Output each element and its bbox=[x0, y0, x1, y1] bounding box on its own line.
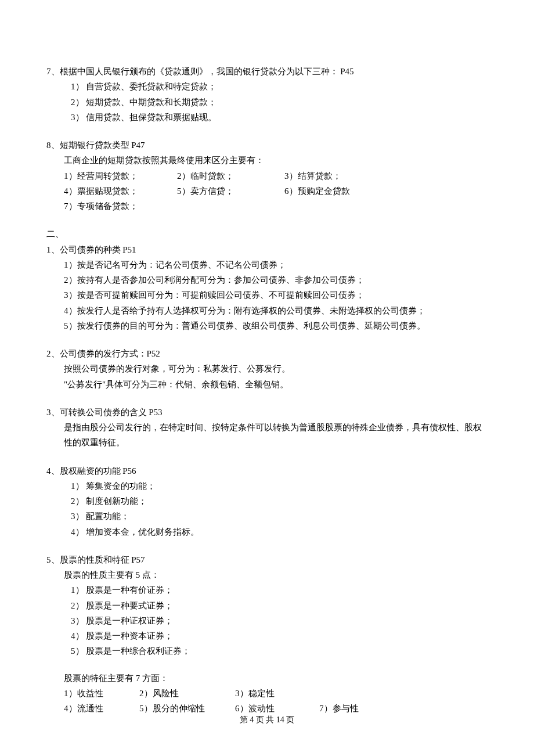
cell: 1）收益性 bbox=[64, 686, 139, 701]
list-item: 2）按持有人是否参加公司利润分配可分为：参加公司债券、非参加公司债券； bbox=[46, 272, 488, 287]
cell: 5）卖方信贷； bbox=[177, 183, 284, 199]
s2-item-2-title: 2、 公司债券的发行方式：P52 bbox=[46, 346, 488, 361]
feature-row-1: 1）收益性 2）风险性 3）稳定性 bbox=[46, 686, 488, 701]
list-item: 5） 股票是一种综合权利证券； bbox=[46, 643, 488, 658]
line: 是指由股分公司发行的，在特定时间、按特定条件可以转换为普通股股票的特殊企业债券，… bbox=[46, 420, 488, 451]
cell: 6）预购定金贷款 bbox=[284, 183, 377, 199]
cell: 2）临时贷款； bbox=[177, 168, 284, 183]
item-8-row-1: 1）经营周转贷款； 2）临时贷款； 3）结算贷款； bbox=[46, 168, 488, 183]
list-item: 5）按发行债券的目的可分为：普通公司债券、改组公司债券、利息公司债券、延期公司债… bbox=[46, 318, 488, 333]
item-8-title: 8、 短期银行贷款类型 P47 bbox=[46, 138, 488, 153]
s2-item-5-title: 5、 股票的性质和特征 P57 bbox=[46, 552, 488, 567]
s2-item-3-title: 3、 可转换公司债券的含义 P53 bbox=[46, 405, 488, 420]
s2-item-5: 5、 股票的性质和特征 P57 股票的性质主要有 5 点： 1） 股票是一种有价… bbox=[46, 552, 488, 717]
list-item: 4） 增加资本金，优化财务指标。 bbox=[46, 524, 488, 539]
item-7-title: 7、 根据中国人民银行颁布的《贷款通则》，我国的银行贷款分为以下三种： P45 bbox=[46, 64, 488, 79]
s2-item-1-title: 1、 公司债券的种类 P51 bbox=[46, 242, 488, 257]
item-7-sub-3: 3） 信用贷款、担保贷款和票据贴现。 bbox=[46, 110, 488, 125]
item-title-text: 公司债券的发行方式：P52 bbox=[60, 346, 488, 361]
item-number: 5、 bbox=[46, 552, 60, 567]
item-7-sub-1: 1） 自营贷款、委托贷款和特定贷款； bbox=[46, 79, 488, 94]
item-number: 1、 bbox=[46, 242, 60, 257]
s2-item-3: 3、 可转换公司债券的含义 P53 是指由股分公司发行的，在特定时间、按特定条件… bbox=[46, 405, 488, 451]
item-8: 8、 短期银行贷款类型 P47 工商企业的短期贷款按照其最终使用来区分主要有： … bbox=[46, 138, 488, 214]
list-item: 1） 筹集资金的功能； bbox=[46, 478, 488, 494]
list-item: 3） 股票是一种证权证券； bbox=[46, 613, 488, 628]
s2-item-1: 1、 公司债券的种类 P51 1）按是否记名可分为：记名公司债券、不记名公司债券… bbox=[46, 242, 488, 334]
list-item: 3） 配置功能； bbox=[46, 509, 488, 524]
item-title-text: 股票的性质和特征 P57 bbox=[60, 552, 488, 567]
list-item: 1）按是否记名可分为：记名公司债券、不记名公司债券； bbox=[46, 257, 488, 272]
item-number: 4、 bbox=[46, 463, 60, 478]
cell: 1）经营周转贷款； bbox=[64, 168, 177, 183]
list-item: 1） 股票是一种有价证券； bbox=[46, 582, 488, 597]
item-8-row-3: 7）专项储备贷款； bbox=[46, 199, 488, 214]
item-number: 8、 bbox=[46, 138, 60, 153]
list-item: 2） 制度创新功能； bbox=[46, 494, 488, 509]
item-number: 7、 bbox=[46, 64, 60, 79]
item-title-text: 股权融资的功能 P56 bbox=[60, 463, 488, 478]
sub-heading: 股票的性质主要有 5 点： bbox=[46, 567, 488, 582]
s2-item-4-title: 4、 股权融资的功能 P56 bbox=[46, 463, 488, 478]
cell: 3）结算贷款； bbox=[284, 168, 377, 183]
item-number: 3、 bbox=[46, 405, 60, 420]
item-8-row-2: 4）票据贴现贷款； 5）卖方信贷； 6）预购定金贷款 bbox=[46, 183, 488, 199]
section-2-marker: 二、 bbox=[46, 226, 488, 242]
s2-item-4: 4、 股权融资的功能 P56 1） 筹集资金的功能； 2） 制度创新功能； 3）… bbox=[46, 463, 488, 539]
s2-item-2: 2、 公司债券的发行方式：P52 按照公司债券的发行对象，可分为：私募发行、公募… bbox=[46, 346, 488, 392]
item-title-text: 公司债券的种类 P51 bbox=[60, 242, 488, 257]
page-footer: 第 4 页 共 14 页 bbox=[0, 713, 534, 728]
item-7-sub-2: 2） 短期贷款、中期贷款和长期贷款； bbox=[46, 95, 488, 110]
spacer bbox=[46, 659, 488, 671]
item-7: 7、 根据中国人民银行颁布的《贷款通则》，我国的银行贷款分为以下三种： P45 … bbox=[46, 64, 488, 125]
line: 按照公司债券的发行对象，可分为：私募发行、公募发行。 bbox=[46, 361, 488, 376]
cell: 2）风险性 bbox=[139, 686, 235, 701]
sub-heading: 股票的特征主要有 7 方面： bbox=[46, 671, 488, 686]
list-item: 4） 股票是一种资本证券； bbox=[46, 628, 488, 643]
item-title-text: 根据中国人民银行颁布的《贷款通则》，我国的银行贷款分为以下三种： P45 bbox=[60, 64, 488, 79]
cell: 3）稳定性 bbox=[235, 686, 319, 701]
item-number: 2、 bbox=[46, 346, 60, 361]
cell: 4）票据贴现贷款； bbox=[64, 183, 177, 199]
line: "公募发行"具体可分为三种：代销、余额包销、全额包销。 bbox=[46, 377, 488, 392]
list-item: 2） 股票是一种要式证券； bbox=[46, 598, 488, 613]
list-item: 4）按发行人是否给予持有人选择权可分为：附有选择权的公司债券、未附选择权的公司债… bbox=[46, 303, 488, 318]
item-8-sub: 工商企业的短期贷款按照其最终使用来区分主要有： bbox=[46, 153, 488, 168]
item-title-text: 短期银行贷款类型 P47 bbox=[60, 138, 488, 153]
list-item: 3）按是否可提前赎回可分为：可提前赎回公司债券、不可提前赎回公司债券； bbox=[46, 287, 488, 303]
item-title-text: 可转换公司债券的含义 P53 bbox=[60, 405, 488, 420]
